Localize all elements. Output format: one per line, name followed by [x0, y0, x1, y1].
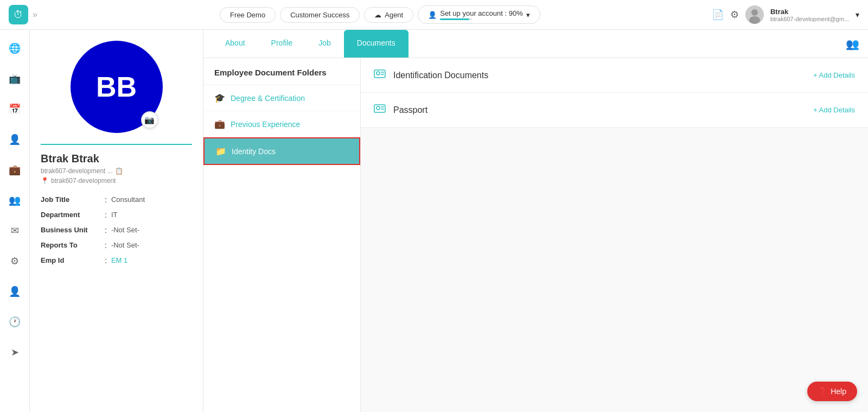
- svg-point-4: [376, 72, 380, 75]
- location-icon: 📍: [41, 177, 49, 185]
- sidebar-item-globe[interactable]: 🌐: [5, 39, 24, 58]
- free-demo-button[interactable]: Free Demo: [220, 7, 276, 23]
- main-layout: 🌐 📺 📅 👤 💼 👥 ✉ ⚙ 👤 🕐 ➤ BB 📷 Btrak Btrak b…: [0, 30, 868, 412]
- cloud-icon: ☁: [374, 11, 381, 19]
- person-setup-icon: 👤: [428, 11, 437, 19]
- employee-avatar: BB 📷: [71, 41, 163, 133]
- sidebar-item-calendar[interactable]: 📅: [5, 99, 24, 119]
- svg-point-8: [376, 106, 380, 110]
- add-details-identification-button[interactable]: + Add Details: [813, 71, 855, 79]
- avatar: [745, 5, 764, 24]
- passport-icon: [374, 103, 386, 117]
- expand-icon[interactable]: »: [33, 10, 37, 20]
- reports-to-value: -Not Set-: [111, 241, 139, 250]
- identification-docs-title: Identification Documents: [393, 71, 813, 80]
- briefcase2-icon: 💼: [214, 119, 225, 129]
- info-row-reportsto: Reports To : -Not Set-: [41, 238, 192, 253]
- content-area: About Profile Job Documents 👥 Employee D…: [203, 30, 868, 412]
- info-row-empid: Emp Id : EM 1: [41, 253, 192, 268]
- camera-button[interactable]: 📷: [141, 111, 158, 129]
- gear-icon[interactable]: ⚙: [730, 9, 739, 21]
- passport-title: Passport: [393, 105, 813, 115]
- sidebar-item-person[interactable]: 👤: [5, 130, 24, 149]
- documents-content: Employee Document Folders 🎓 Degree & Cer…: [203, 58, 868, 412]
- sidebar-item-mail[interactable]: ✉: [5, 221, 24, 240]
- top-header: ⏱ » Free Demo Customer Success ☁ Agent 👤…: [0, 0, 868, 30]
- emp-id-label: Emp Id: [41, 256, 100, 265]
- sidebar-nav: 🌐 📺 📅 👤 💼 👥 ✉ ⚙ 👤 🕐 ➤: [0, 30, 30, 412]
- logo-area: ⏱ »: [9, 5, 37, 24]
- emp-id-value: EM 1: [111, 256, 127, 265]
- document-icon[interactable]: 📄: [712, 9, 724, 21]
- header-right: 📄 ⚙ Btrak btrak607-development@gm... ▾: [712, 5, 859, 24]
- setup-progress-bar: [440, 18, 473, 20]
- tab-profile[interactable]: Profile: [258, 30, 306, 58]
- folder-item-degree[interactable]: 🎓 Degree & Certification: [203, 85, 360, 111]
- tab-documents[interactable]: Documents: [344, 30, 409, 58]
- info-row-department: Department : IT: [41, 207, 192, 223]
- department-value: IT: [111, 211, 118, 219]
- job-title-value: Consultant: [111, 195, 145, 204]
- chevron-down-icon: ▾: [526, 11, 530, 19]
- users-icon[interactable]: 👥: [846, 37, 859, 50]
- user-dropdown-icon[interactable]: ▾: [856, 10, 859, 19]
- agent-button[interactable]: ☁ Agent: [364, 7, 413, 23]
- reports-to-label: Reports To: [41, 241, 100, 250]
- svg-point-1: [751, 9, 758, 16]
- sidebar-item-user2[interactable]: 👤: [5, 282, 24, 301]
- sidebar-item-briefcase[interactable]: 💼: [5, 160, 24, 180]
- business-unit-value: -Not Set-: [111, 226, 139, 234]
- header-nav: Free Demo Customer Success ☁ Agent 👤 Set…: [48, 5, 712, 24]
- user-email: btrak607-development@gm...: [770, 16, 849, 22]
- sidebar-item-send[interactable]: ➤: [5, 343, 24, 362]
- graduation-icon: 🎓: [214, 93, 225, 103]
- copy-icon[interactable]: 📋: [115, 167, 123, 175]
- folders-title: Employee Document Folders: [203, 58, 360, 85]
- folders-panel: Employee Document Folders 🎓 Degree & Cer…: [203, 58, 361, 412]
- employee-name: Btrak Btrak: [41, 153, 192, 165]
- customer-success-button[interactable]: Customer Success: [280, 7, 360, 23]
- info-table: Job Title : Consultant Department : IT B…: [41, 192, 192, 268]
- help-icon: ❓: [818, 387, 827, 396]
- user-info: Btrak btrak607-development@gm...: [770, 8, 849, 22]
- doc-section-identification: Identification Documents + Add Details: [361, 58, 868, 93]
- folder-item-identity[interactable]: 📁 Identity Docs: [203, 137, 360, 165]
- tab-bar: About Profile Job Documents 👥: [203, 30, 868, 58]
- info-row-jobtitle: Job Title : Consultant: [41, 192, 192, 207]
- folder-icon: 📁: [215, 146, 226, 156]
- avatar-section: BB 📷: [41, 41, 192, 133]
- employee-email: btrak607-development ... 📋: [41, 167, 192, 175]
- user-name: Btrak: [770, 8, 849, 16]
- setup-account-button[interactable]: 👤 Set up your account : 90% ▾: [418, 5, 540, 24]
- id-doc-icon: [374, 68, 386, 83]
- docs-main: Identification Documents + Add Details P…: [361, 58, 868, 412]
- sidebar-item-clock[interactable]: 🕐: [5, 312, 24, 332]
- add-details-passport-button[interactable]: + Add Details: [813, 106, 855, 114]
- doc-section-passport: Passport + Add Details: [361, 93, 868, 128]
- tab-job[interactable]: Job: [305, 30, 344, 58]
- help-button[interactable]: ❓ Help: [807, 382, 857, 401]
- job-title-label: Job Title: [41, 195, 100, 204]
- department-label: Department: [41, 211, 100, 219]
- sidebar-item-settings[interactable]: ⚙: [5, 251, 24, 271]
- sidebar-item-group[interactable]: 👥: [5, 191, 24, 210]
- setup-progress-fill: [440, 18, 469, 20]
- employee-dept: 📍 btrak607-development: [41, 177, 192, 185]
- svg-point-2: [749, 16, 760, 24]
- sidebar-item-tv[interactable]: 📺: [5, 69, 24, 88]
- app-logo[interactable]: ⏱: [9, 5, 28, 24]
- folder-item-previous[interactable]: 💼 Previous Experience: [203, 111, 360, 137]
- tab-about[interactable]: About: [212, 30, 258, 58]
- business-unit-label: Business Unit: [41, 226, 100, 234]
- profile-divider: [41, 144, 192, 145]
- info-row-businessunit: Business Unit : -Not Set-: [41, 223, 192, 238]
- profile-sidebar: BB 📷 Btrak Btrak btrak607-development ..…: [30, 30, 203, 412]
